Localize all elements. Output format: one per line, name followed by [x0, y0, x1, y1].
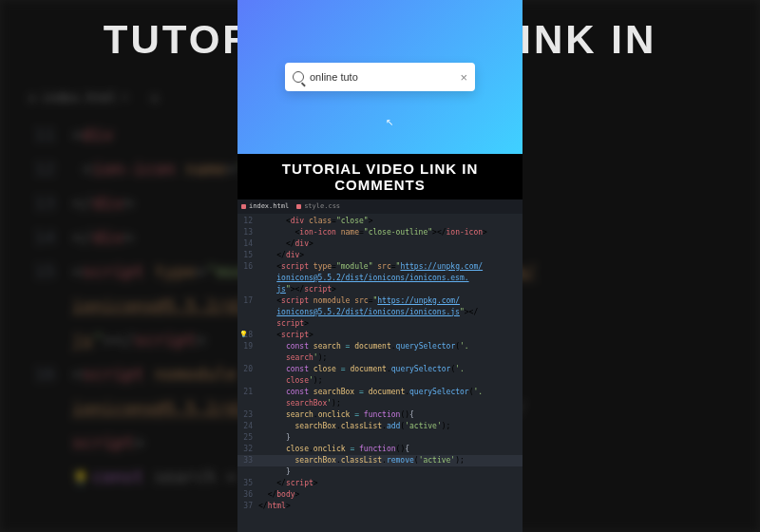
code-line[interactable]: 13 <ion-icon name="close-outline"></ion-… — [238, 227, 522, 238]
code-editor: index.htmlstyle.css 12 <div class="close… — [238, 200, 522, 532]
editor-code-area[interactable]: 12 <div class="close">13 <ion-icon name=… — [238, 214, 522, 514]
search-icon[interactable] — [293, 71, 304, 83]
search-input[interactable] — [310, 71, 454, 83]
code-line[interactable]: 21 const searchBox = document.querySelec… — [238, 387, 522, 398]
foreground-panel: × ↖ TUTORIAL VIDEO LINK IN COMMENTS inde… — [238, 0, 522, 532]
code-line[interactable]: search'); — [238, 352, 522, 364]
code-line[interactable]: js"></script> — [238, 284, 522, 295]
code-line[interactable]: 23 search.onclick = function(){ — [238, 409, 522, 421]
code-line[interactable]: 24 searchBox.classList.add('active'); — [238, 421, 522, 432]
code-line[interactable]: script> — [238, 318, 522, 330]
editor-tab[interactable]: style.css — [296, 201, 340, 212]
code-line[interactable]: 14 </div> — [238, 238, 522, 250]
code-line[interactable]: 33 searchBox.classList.remove('active'); — [238, 455, 522, 466]
code-line[interactable]: 15 </div> — [238, 250, 522, 261]
code-line[interactable]: 17 <script nomodule src="https://unpkg.c… — [238, 295, 522, 307]
code-line[interactable]: 16 <script type="module" src="https://un… — [238, 261, 522, 273]
code-line[interactable]: 37</html> — [238, 501, 522, 512]
code-line[interactable]: 36 </body> — [238, 489, 522, 501]
code-line[interactable]: searchBox'); — [238, 398, 522, 409]
code-line[interactable]: 32 close.onclick = function(){ — [238, 444, 522, 455]
code-line[interactable]: 💡18 <script> — [238, 330, 522, 341]
code-line[interactable]: 20 const close = document.querySelector(… — [238, 364, 522, 375]
code-line[interactable]: 35 </script> — [238, 478, 522, 489]
code-line[interactable]: 25 } — [238, 432, 522, 444]
code-line[interactable]: ionicons@5.5.2/dist/ionicons/ionicons.js… — [238, 307, 522, 318]
lightbulb-icon[interactable]: 💡 — [239, 330, 248, 340]
code-line[interactable]: ionicons@5.5.2/dist/ionicons/ionicons.es… — [238, 273, 522, 284]
editor-tabs: index.htmlstyle.css — [238, 200, 522, 214]
search-preview-area: × ↖ — [238, 0, 522, 154]
code-line[interactable]: 19 const search = document.querySelector… — [238, 341, 522, 352]
mouse-cursor-icon: ↖ — [386, 117, 393, 127]
code-line[interactable]: close'); — [238, 375, 522, 387]
code-line[interactable]: 12 <div class="close"> — [238, 216, 522, 227]
editor-tab[interactable]: index.html — [241, 201, 289, 212]
caption-bar: TUTORIAL VIDEO LINK IN COMMENTS — [238, 154, 522, 200]
close-icon[interactable]: × — [460, 71, 467, 84]
search-box[interactable]: × — [285, 63, 475, 91]
code-line[interactable]: } — [238, 466, 522, 478]
